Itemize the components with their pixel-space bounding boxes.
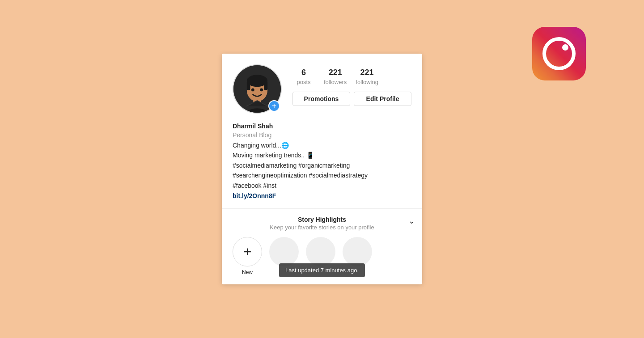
instagram-logo-bg — [532, 27, 586, 80]
bio-line4: #searchengineoptimization #socialmediast… — [233, 172, 368, 179]
highlight-circle-3[interactable] — [343, 237, 372, 266]
promotions-button[interactable]: Promotions — [292, 92, 350, 106]
bio-section: Dharmil Shah Personal Blog Changing worl… — [222, 123, 422, 208]
plus-icon: + — [243, 245, 252, 259]
followers-count: 221 — [329, 68, 342, 78]
followers-stat[interactable]: 221 followers — [324, 68, 347, 85]
last-updated-tooltip: Last updated 7 minutes ago. — [279, 263, 365, 277]
edit-profile-button[interactable]: Edit Profile — [354, 92, 411, 106]
svg-point-8 — [260, 89, 263, 92]
bio-link[interactable]: bit.ly/2Onnn8F — [233, 192, 411, 199]
avatar-add-story-button[interactable]: + — [268, 100, 280, 112]
highlights-subtitle: Keep your favorite stories on your profi… — [233, 224, 411, 231]
avatar-wrap: + — [233, 64, 282, 114]
stats-and-buttons: 6 posts 221 followers 221 following Prom… — [292, 64, 411, 106]
highlights-header: Story Highlights Keep your favorite stor… — [233, 216, 411, 231]
bio-line1: Changing world...🌐 — [233, 142, 289, 149]
highlight-item-2 — [306, 237, 335, 266]
profile-card: + 6 posts 221 followers 221 following Pr — [222, 54, 422, 284]
posts-label: posts — [297, 79, 310, 85]
action-buttons-row: Promotions Edit Profile — [292, 92, 411, 106]
highlight-item-1 — [269, 237, 299, 266]
highlight-circle-2[interactable] — [306, 237, 335, 266]
highlight-item-3 — [343, 237, 372, 266]
stats-row: 6 posts 221 followers 221 following — [292, 64, 411, 85]
posts-stat: 6 posts — [292, 68, 315, 85]
instagram-logo-ring — [542, 37, 576, 70]
profile-category: Personal Blog — [233, 131, 411, 139]
highlight-circle-1[interactable] — [269, 237, 299, 266]
bio-text: Changing world...🌐 Moving marketing tren… — [233, 140, 411, 190]
instagram-logo-dot — [562, 44, 568, 51]
bio-line2: Moving marketing trends.. 📱 — [233, 152, 314, 159]
highlights-title: Story Highlights — [233, 216, 411, 223]
profile-name: Dharmil Shah — [233, 123, 411, 130]
bio-line5: #facebook #inst — [233, 182, 276, 189]
posts-count: 6 — [301, 68, 306, 78]
svg-rect-5 — [247, 81, 250, 90]
instagram-logo-container — [532, 27, 586, 80]
following-stat[interactable]: 221 following — [356, 68, 378, 85]
highlights-section: Story Highlights Keep your favorite stor… — [222, 208, 422, 284]
svg-rect-6 — [264, 81, 267, 90]
profile-top-section: + 6 posts 221 followers 221 following Pr — [222, 54, 422, 123]
bio-line3: #socialmediamarketing #organicmarketing — [233, 162, 350, 169]
followers-label: followers — [324, 79, 347, 85]
new-highlight-label: New — [242, 269, 253, 275]
new-highlight-item: + New — [233, 237, 262, 275]
following-label: following — [356, 79, 378, 85]
following-count: 221 — [360, 68, 374, 78]
new-highlight-button[interactable]: + — [233, 237, 262, 266]
highlights-chevron-button[interactable]: ⌄ — [408, 216, 415, 226]
svg-point-7 — [251, 89, 254, 92]
